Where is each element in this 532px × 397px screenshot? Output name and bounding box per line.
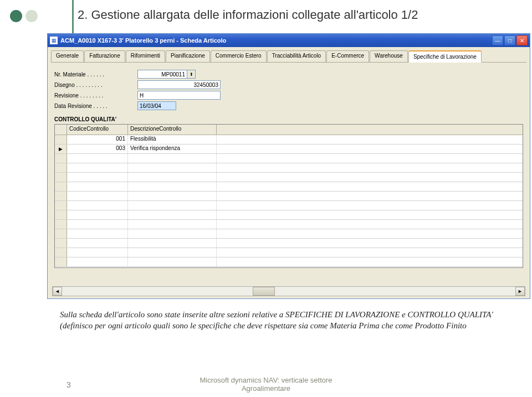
data-revisione-label: Data Revisione . . . . . [54,103,137,109]
tab-commercio-estero[interactable]: Commercio Estero [211,50,267,62]
table-row[interactable] [55,163,523,173]
table-row[interactable] [55,173,523,182]
table-row[interactable] [55,192,523,201]
table-row[interactable]: ▶003Verifica rispondenza [55,145,523,154]
grid-body[interactable]: 001Flessibilità▶003Verifica rispondenza [55,135,523,267]
tab-generale[interactable]: Generale [51,50,84,62]
revisione-label: Revisione . . . . . . . . [54,92,137,99]
footer-line1: Microsoft dynamics NAV: verticale settor… [0,376,532,384]
window-titlebar: ▦ ACM_A0010 X167-3 3' Platorello 3 perni… [48,34,530,47]
data-revisione-input[interactable] [137,101,176,110]
revisione-input[interactable] [137,91,221,100]
tab-rifornimenti[interactable]: Rifornimenti [126,50,165,62]
disegno-input[interactable] [137,80,221,89]
col-codice-controllo[interactable]: CodiceControllo [67,125,128,135]
minimize-button[interactable]: — [492,35,503,45]
nr-materiale-lookup[interactable]: ⬆ [187,70,196,79]
tab-specifiche-lavorazione[interactable]: Specifiche di Lavorazione [408,50,482,63]
page-title: 2. Gestione allargata delle informazioni… [78,8,418,22]
table-row[interactable] [55,201,523,210]
tab-tracciabilita[interactable]: Tracciabilità Articolo [267,50,326,62]
nr-materiale-input[interactable] [137,70,187,79]
footer-line2: Agroalimentare [0,384,532,393]
tab-pianificazione[interactable]: Pianificazione [166,50,210,62]
tab-fatturazione[interactable]: Fatturazione [84,50,125,62]
scroll-thumb[interactable] [253,287,275,296]
section-controllo-qualita: CONTROLLO QUALITA' [54,116,526,122]
table-row[interactable]: 001Flessibilità [55,135,523,145]
horizontal-scrollbar[interactable]: ◄ ► [52,286,525,296]
window-icon: ▦ [50,37,58,44]
table-row[interactable] [55,239,523,248]
grid-header: CodiceControllo DescrizioneControllo [55,125,523,135]
app-window: ▦ ACM_A0010 X167-3 3' Platorello 3 perni… [47,33,530,299]
table-row[interactable] [55,182,523,192]
table-row[interactable] [55,229,523,239]
tab-ecommerce[interactable]: E-Commerce [326,50,369,62]
tab-warehouse[interactable]: Warehouse [370,50,408,62]
quality-grid: CodiceControllo DescrizioneControllo 001… [54,124,523,268]
slide-body-text: Sulla scheda dell'articolo sono state in… [60,309,498,332]
col-descrizione-controllo[interactable]: DescrizioneControllo [128,125,217,135]
maximize-button[interactable]: □ [504,35,515,45]
disegno-label: Disegno . . . . . . . . . [54,82,137,88]
table-row[interactable] [55,248,523,257]
scroll-track[interactable] [62,287,515,296]
table-row[interactable] [55,257,523,267]
nr-materiale-label: Nr. Materiale . . . . . . [54,71,137,78]
footer: Microsoft dynamics NAV: verticale settor… [0,376,532,393]
close-button[interactable]: ✕ [516,35,528,45]
scroll-left-button[interactable]: ◄ [53,287,62,296]
table-row[interactable] [55,210,523,220]
form-area: Nr. Materiale . . . . . . ⬆ Disegno . . … [51,67,526,111]
window-title: ACM_A0010 X167-3 3' Platorello 3 perni -… [60,37,492,44]
table-row[interactable] [55,154,523,163]
scroll-right-button[interactable]: ► [515,287,525,296]
tab-strip: Generale Fatturazione Rifornimenti Piani… [51,50,526,63]
table-row[interactable] [55,220,523,229]
